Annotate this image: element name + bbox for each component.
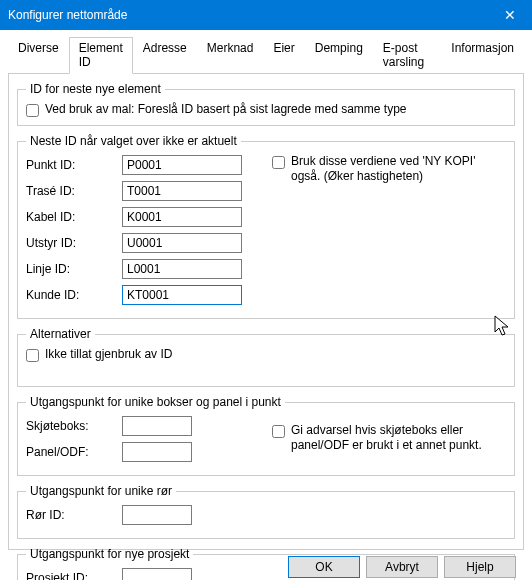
fieldset-alternativer: Alternativer Ikke tillat gjenbruk av ID bbox=[17, 327, 515, 387]
input-kunde-id[interactable] bbox=[122, 285, 242, 305]
legend-boks-panel: Utgangspunkt for unike bokser og panel i… bbox=[26, 395, 285, 409]
checkbox-nykopi[interactable] bbox=[272, 156, 285, 169]
checkbox-template-suggest-label: Ved bruk av mal: Foreslå ID basert på si… bbox=[45, 102, 407, 117]
checkbox-nykopi-label: Bruk disse verdiene ved 'NY KOPI' også. … bbox=[291, 154, 506, 184]
input-trase-id[interactable] bbox=[122, 181, 242, 201]
fieldset-boks-panel: Utgangspunkt for unike bokser og panel i… bbox=[17, 395, 515, 476]
tab-diverse[interactable]: Diverse bbox=[8, 37, 69, 74]
label-kunde-id: Kunde ID: bbox=[26, 288, 122, 302]
label-linje-id: Linje ID: bbox=[26, 262, 122, 276]
cancel-button[interactable]: Avbryt bbox=[366, 556, 438, 578]
label-skjoteboks: Skjøteboks: bbox=[26, 419, 122, 433]
ok-button[interactable]: OK bbox=[288, 556, 360, 578]
tab-merknad[interactable]: Merknad bbox=[197, 37, 264, 74]
title-bar: Konfigurer nettområde ✕ bbox=[0, 0, 532, 30]
checkbox-no-reuse[interactable] bbox=[26, 349, 39, 362]
checkbox-warn-used-label: Gi advarsel hvis skjøteboks eller panel/… bbox=[291, 423, 506, 453]
input-prosjekt-id[interactable] bbox=[122, 568, 192, 580]
input-ror-id[interactable] bbox=[122, 505, 192, 525]
close-icon: ✕ bbox=[504, 7, 516, 23]
label-prosjekt-id: Prosjekt ID: bbox=[26, 571, 122, 580]
legend-prosjekt: Utgangspunkt for nye prosjekt bbox=[26, 547, 193, 561]
fieldset-ror: Utgangspunkt for unike rør Rør ID: bbox=[17, 484, 515, 539]
tab-epost-varsling[interactable]: E-post varsling bbox=[373, 37, 441, 74]
legend-ror: Utgangspunkt for unike rør bbox=[26, 484, 176, 498]
help-button[interactable]: Hjelp bbox=[444, 556, 516, 578]
close-button[interactable]: ✕ bbox=[487, 0, 532, 30]
tab-eier[interactable]: Eier bbox=[263, 37, 304, 74]
label-ror-id: Rør ID: bbox=[26, 508, 122, 522]
tab-panel-element-id: ID for neste nye element Ved bruk av mal… bbox=[8, 74, 524, 550]
tab-element-id[interactable]: Element ID bbox=[69, 37, 133, 74]
window-title: Konfigurer nettområde bbox=[8, 8, 127, 22]
client-area: Diverse Element ID Adresse Merknad Eier … bbox=[0, 30, 532, 580]
input-punkt-id[interactable] bbox=[122, 155, 242, 175]
input-linje-id[interactable] bbox=[122, 259, 242, 279]
tab-adresse[interactable]: Adresse bbox=[133, 37, 197, 74]
label-punkt-id: Punkt ID: bbox=[26, 158, 122, 172]
tab-bar: Diverse Element ID Adresse Merknad Eier … bbox=[8, 36, 524, 74]
tab-informasjon[interactable]: Informasjon bbox=[441, 37, 524, 74]
checkbox-warn-used[interactable] bbox=[272, 425, 285, 438]
legend-alternativer: Alternativer bbox=[26, 327, 95, 341]
legend-neste-id: Neste ID når valget over ikke er aktuelt bbox=[26, 134, 241, 148]
input-kabel-id[interactable] bbox=[122, 207, 242, 227]
input-panel-odf[interactable] bbox=[122, 442, 192, 462]
fieldset-id-next: ID for neste nye element Ved bruk av mal… bbox=[17, 82, 515, 126]
input-utstyr-id[interactable] bbox=[122, 233, 242, 253]
legend-id-next: ID for neste nye element bbox=[26, 82, 165, 96]
label-panel-odf: Panel/ODF: bbox=[26, 445, 122, 459]
tab-demping[interactable]: Demping bbox=[305, 37, 373, 74]
input-skjoteboks[interactable] bbox=[122, 416, 192, 436]
checkbox-template-suggest[interactable] bbox=[26, 104, 39, 117]
checkbox-no-reuse-label: Ikke tillat gjenbruk av ID bbox=[45, 347, 172, 362]
fieldset-neste-id: Neste ID når valget over ikke er aktuelt… bbox=[17, 134, 515, 319]
label-trase-id: Trasé ID: bbox=[26, 184, 122, 198]
label-kabel-id: Kabel ID: bbox=[26, 210, 122, 224]
label-utstyr-id: Utstyr ID: bbox=[26, 236, 122, 250]
